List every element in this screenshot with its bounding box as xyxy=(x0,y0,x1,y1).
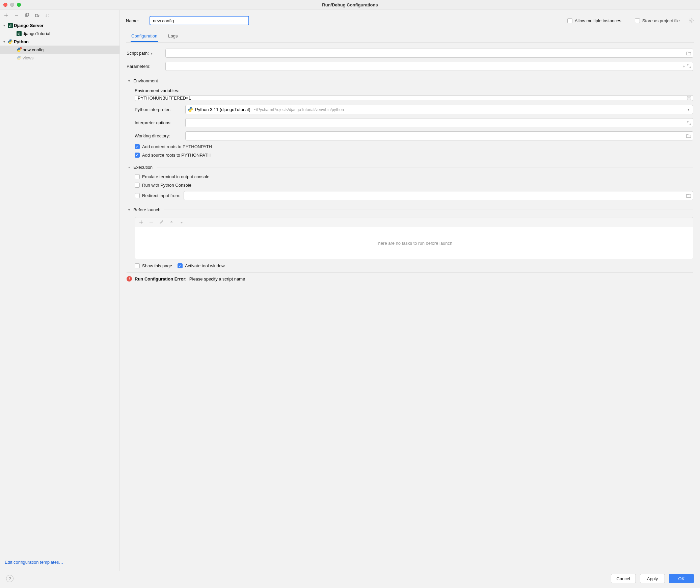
workdir-input[interactable] xyxy=(185,131,693,140)
interp-opts-input[interactable] xyxy=(185,118,693,127)
tree-item-djangotutorial[interactable]: dj djangoTutorial xyxy=(0,29,119,37)
section-head-env[interactable]: ▾Environment xyxy=(127,76,693,86)
remove-config-icon[interactable] xyxy=(14,12,19,18)
window-title: Run/Debug Configurations xyxy=(0,2,700,7)
interpreter-dropdown[interactable]: Python 3.11 (djangoTutorial) ~/PycharmPr… xyxy=(185,105,693,114)
ok-button[interactable]: OK xyxy=(669,574,694,583)
allow-multiple-checkbox[interactable]: Allow multiple instances xyxy=(567,18,621,23)
tab-logs[interactable]: Logs xyxy=(167,31,178,42)
expand-icon[interactable] xyxy=(687,64,691,69)
interpreter-row: Python interpreter: Python 3.11 (djangoT… xyxy=(135,103,693,116)
tree-group-django[interactable]: ▾ dj Django Server xyxy=(0,21,119,29)
parameters-input[interactable]: + xyxy=(165,62,693,71)
expand-icon[interactable] xyxy=(687,121,691,125)
store-project-checkbox[interactable]: Store as project file xyxy=(635,18,680,23)
help-button[interactable]: ? xyxy=(6,575,14,582)
sidebar: az ▾ dj Django Server dj djangoTutorial … xyxy=(0,10,120,571)
chevron-down-icon: ▾ xyxy=(2,40,6,44)
main-split: az ▾ dj Django Server dj djangoTutorial … xyxy=(0,10,700,571)
parameters-label: Parameters: xyxy=(127,64,162,69)
env-vars-input[interactable]: PYTHONUNBUFFERED=1 xyxy=(135,95,693,101)
svg-text:dj: dj xyxy=(9,24,11,27)
add-icon[interactable]: + xyxy=(682,64,685,69)
redirect-input-checkbox[interactable]: Redirect input from: xyxy=(135,193,180,198)
edit-templates-link[interactable]: Edit configuration templates… xyxy=(5,560,63,565)
error-label: Run Configuration Error: xyxy=(135,276,187,282)
script-path-input[interactable] xyxy=(165,49,693,58)
error-icon: ! xyxy=(127,276,132,282)
cancel-button[interactable]: Cancel xyxy=(611,574,636,583)
tree-item-new-config[interactable]: ✕ new config xyxy=(0,46,119,54)
interpreter-path: ~/PycharmProjects/djangoTutorial/venv/bi… xyxy=(254,107,344,112)
move-down-icon xyxy=(179,219,184,225)
interpreter-name: Python 3.11 (djangoTutorial) xyxy=(195,107,250,112)
svg-text:dj: dj xyxy=(18,32,20,35)
add-task-icon[interactable] xyxy=(138,219,144,225)
apply-button[interactable]: Apply xyxy=(640,574,665,583)
section-head-exec[interactable]: ▾Execution xyxy=(127,162,693,172)
gear-icon[interactable] xyxy=(689,18,694,23)
chevron-down-icon: ▾ xyxy=(2,24,6,27)
checkbox-label: Store as project file xyxy=(642,18,680,23)
run-python-console-checkbox[interactable]: Run with Python Console xyxy=(135,183,191,188)
remove-task-icon xyxy=(149,219,154,225)
edit-task-icon xyxy=(159,219,164,225)
config-form: Script path:▼ Parameters: + ▾Environment… xyxy=(126,43,694,571)
env-vars-label: Environment variables: xyxy=(135,88,693,93)
python-icon xyxy=(188,107,193,112)
show-this-page-checkbox[interactable]: Show this page xyxy=(135,263,172,268)
minimize-window-button xyxy=(10,3,14,7)
chevron-down-icon[interactable]: ▼ xyxy=(150,52,153,55)
section-environment: ▾Environment Environment variables: PYTH… xyxy=(127,76,693,159)
sidebar-toolbar: az xyxy=(0,10,119,21)
zoom-window-button[interactable] xyxy=(17,3,21,7)
config-tree: ▾ dj Django Server dj djangoTutorial ▾ P… xyxy=(0,21,119,62)
emulate-terminal-checkbox[interactable]: Emulate terminal in output console xyxy=(135,174,209,179)
folder-icon[interactable] xyxy=(686,134,691,138)
tree-item-views[interactable]: views xyxy=(0,54,119,62)
script-path-row: Script path:▼ xyxy=(127,47,693,60)
redirect-input-field[interactable] xyxy=(184,191,693,200)
content-panel: Name: Allow multiple instances Store as … xyxy=(120,10,700,571)
save-config-icon[interactable] xyxy=(35,12,40,18)
folder-icon[interactable] xyxy=(686,51,691,55)
tree-item-label: new config xyxy=(23,47,44,52)
interpreter-label: Python interpreter: xyxy=(135,107,182,112)
sidebar-footer: Edit configuration templates… xyxy=(0,556,119,571)
error-bar: ! Run Configuration Error: Please specif… xyxy=(127,272,693,286)
chevron-down-icon: ▾ xyxy=(127,208,131,212)
folder-icon[interactable] xyxy=(686,193,691,198)
name-input[interactable] xyxy=(150,16,249,25)
django-icon: dj xyxy=(7,23,13,28)
name-label: Name: xyxy=(126,18,142,23)
tree-item-label: djangoTutorial xyxy=(23,31,50,36)
content-roots-checkbox[interactable]: ✓Add content roots to PYTHONPATH xyxy=(135,144,212,149)
parameters-row: Parameters: + xyxy=(127,60,693,73)
before-launch-empty: There are no tasks to run before launch xyxy=(135,227,693,259)
svg-text:z: z xyxy=(48,15,49,17)
error-message: Please specify a script name xyxy=(189,276,245,282)
tree-item-label: views xyxy=(23,55,34,60)
section-before-launch: ▾Before launch There are no tasks to run… xyxy=(127,205,693,270)
tabs: Configuration Logs xyxy=(126,28,694,43)
checkbox-label: Allow multiple instances xyxy=(575,18,621,23)
sort-alpha-icon[interactable]: az xyxy=(45,12,51,18)
interp-opts-row: Interpreter options: xyxy=(135,116,693,129)
activate-tool-window-checkbox[interactable]: ✓Activate tool window xyxy=(178,263,225,268)
svg-rect-1 xyxy=(26,13,29,16)
chevron-down-icon: ▼ xyxy=(687,108,690,111)
workdir-label: Working directory: xyxy=(135,133,182,138)
list-icon[interactable] xyxy=(687,96,691,100)
close-window-button[interactable] xyxy=(3,3,7,7)
copy-config-icon[interactable] xyxy=(24,12,30,18)
add-config-icon[interactable] xyxy=(3,12,9,18)
tree-group-python[interactable]: ▾ Python xyxy=(0,37,119,46)
tab-configuration[interactable]: Configuration xyxy=(131,31,158,42)
section-head-before[interactable]: ▾Before launch xyxy=(127,205,693,215)
chevron-down-icon: ▾ xyxy=(127,79,131,83)
section-execution: ▾Execution Emulate terminal in output co… xyxy=(127,162,693,202)
chevron-down-icon: ▾ xyxy=(127,165,131,169)
error-badge-icon: ✕ xyxy=(20,46,22,50)
env-vars-row: Environment variables: PYTHONUNBUFFERED=… xyxy=(135,86,693,103)
source-roots-checkbox[interactable]: ✓Add source roots to PYTHONPATH xyxy=(135,153,211,158)
